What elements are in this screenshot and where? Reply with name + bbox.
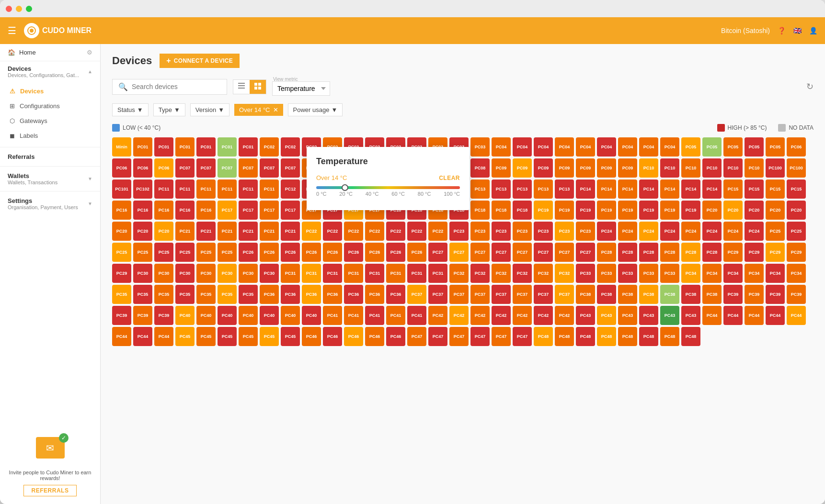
device-tile[interactable]: PC11 bbox=[218, 179, 237, 199]
device-tile[interactable]: PC09 bbox=[555, 158, 574, 178]
device-tile[interactable]: PC26 bbox=[323, 243, 342, 262]
device-tile[interactable]: PC31 bbox=[281, 264, 300, 283]
device-tile[interactable]: PC12 bbox=[281, 179, 300, 199]
device-tile[interactable]: PC48 bbox=[660, 327, 679, 346]
device-tile[interactable]: PC30 bbox=[196, 264, 216, 283]
device-tile[interactable]: PC26 bbox=[344, 243, 363, 262]
device-tile[interactable]: PC45 bbox=[260, 327, 279, 346]
sidebar-item-gateways[interactable]: ⬡ Gateways bbox=[0, 113, 100, 128]
device-tile[interactable]: PC22 bbox=[407, 222, 426, 241]
home-settings-icon[interactable]: ⚙ bbox=[87, 49, 92, 56]
device-tile[interactable]: PC16 bbox=[112, 201, 131, 220]
device-tile[interactable]: PC47 bbox=[470, 327, 490, 346]
device-tile[interactable]: PC03 bbox=[470, 137, 490, 157]
device-tile[interactable]: PC20 bbox=[723, 201, 743, 220]
device-tile[interactable]: PC04 bbox=[618, 137, 637, 157]
device-tile[interactable]: PC10 bbox=[723, 158, 743, 178]
device-tile[interactable]: PC27 bbox=[449, 243, 469, 262]
device-tile[interactable]: PC05 bbox=[702, 137, 722, 157]
device-tile[interactable]: PC32 bbox=[513, 264, 532, 283]
device-tile[interactable]: PC43 bbox=[576, 306, 595, 325]
device-tile[interactable]: PC15 bbox=[766, 179, 785, 199]
device-tile[interactable]: PC41 bbox=[407, 306, 426, 325]
device-tile[interactable]: PC43 bbox=[681, 306, 700, 325]
sidebar-section-wallets[interactable]: Wallets Wallets, Transactions ▼ bbox=[0, 168, 100, 189]
active-temperature-filter[interactable]: Over 14 °C ✕ bbox=[234, 104, 283, 116]
device-tile[interactable]: PC40 bbox=[196, 306, 216, 325]
device-tile[interactable]: PC23 bbox=[513, 222, 532, 241]
version-filter[interactable]: Version ▼ bbox=[190, 103, 229, 116]
device-tile[interactable]: PC48 bbox=[639, 327, 658, 346]
device-tile[interactable]: PC30 bbox=[239, 264, 258, 283]
device-tile[interactable]: PC04 bbox=[534, 137, 553, 157]
device-tile[interactable]: PC36 bbox=[260, 285, 279, 304]
device-tile[interactable]: PC33 bbox=[639, 264, 658, 283]
device-tile[interactable]: PC09 bbox=[513, 158, 532, 178]
device-tile[interactable]: PC44 bbox=[745, 306, 764, 325]
device-tile[interactable]: PC04 bbox=[555, 137, 574, 157]
device-tile[interactable]: PC35 bbox=[112, 285, 131, 304]
device-tile[interactable]: PC28 bbox=[702, 243, 722, 262]
device-tile[interactable]: PC39 bbox=[745, 285, 764, 304]
device-tile[interactable]: PC26 bbox=[281, 243, 300, 262]
device-tile[interactable]: PC32 bbox=[534, 264, 553, 283]
device-tile[interactable]: PC05 bbox=[681, 137, 700, 157]
sidebar-item-home[interactable]: 🏠 Home ⚙ bbox=[0, 44, 100, 61]
device-tile[interactable]: PC09 bbox=[597, 158, 616, 178]
device-tile[interactable]: PC40 bbox=[239, 306, 258, 325]
device-tile[interactable]: PC01 bbox=[175, 137, 195, 157]
device-tile[interactable]: PC43 bbox=[597, 306, 616, 325]
device-tile[interactable]: PC29 bbox=[766, 243, 785, 262]
device-tile[interactable]: PC13 bbox=[470, 179, 490, 199]
device-tile[interactable]: PC31 bbox=[428, 264, 447, 283]
device-tile[interactable]: PC46 bbox=[344, 327, 363, 346]
device-tile[interactable]: PC15 bbox=[723, 179, 743, 199]
device-tile[interactable]: PC10 bbox=[745, 158, 764, 178]
device-tile[interactable]: PC26 bbox=[239, 243, 258, 262]
device-tile[interactable]: PC31 bbox=[344, 264, 363, 283]
device-tile[interactable]: PC32 bbox=[449, 264, 469, 283]
device-tile[interactable]: PC48 bbox=[576, 327, 595, 346]
device-tile[interactable]: PC23 bbox=[576, 222, 595, 241]
device-tile[interactable]: PC24 bbox=[745, 222, 764, 241]
device-tile[interactable]: PC33 bbox=[576, 264, 595, 283]
device-tile[interactable]: PC42 bbox=[428, 306, 447, 325]
device-tile[interactable]: PC21 bbox=[218, 222, 237, 241]
device-tile[interactable]: PC42 bbox=[470, 306, 490, 325]
device-tile[interactable]: PC37 bbox=[534, 285, 553, 304]
device-tile[interactable]: PC102 bbox=[133, 179, 152, 199]
device-tile[interactable]: PC36 bbox=[281, 285, 300, 304]
device-tile[interactable]: PC38 bbox=[702, 285, 722, 304]
device-tile[interactable]: PC07 bbox=[260, 158, 279, 178]
device-tile[interactable]: PC06 bbox=[133, 158, 152, 178]
user-icon[interactable]: 👤 bbox=[809, 27, 817, 34]
device-tile[interactable]: PC13 bbox=[534, 179, 553, 199]
device-tile[interactable]: PC39 bbox=[723, 285, 743, 304]
device-tile[interactable]: PC26 bbox=[407, 243, 426, 262]
device-tile[interactable]: PC02 bbox=[281, 137, 300, 157]
device-tile[interactable]: PC23 bbox=[555, 222, 574, 241]
device-tile[interactable]: PC37 bbox=[492, 285, 511, 304]
device-tile[interactable]: PC31 bbox=[323, 264, 342, 283]
device-tile[interactable]: PC33 bbox=[660, 264, 679, 283]
device-tile[interactable]: PC05 bbox=[766, 137, 785, 157]
view-metric-select[interactable]: Temperature Power Usage Hashrate bbox=[272, 81, 330, 96]
help-icon[interactable]: ❓ bbox=[778, 27, 786, 34]
device-tile[interactable]: PC25 bbox=[196, 243, 216, 262]
device-tile[interactable]: PC31 bbox=[302, 264, 321, 283]
device-tile[interactable]: PC46 bbox=[365, 327, 384, 346]
device-tile[interactable]: PC48 bbox=[597, 327, 616, 346]
device-tile[interactable]: PC13 bbox=[492, 179, 511, 199]
device-tile[interactable]: PC20 bbox=[766, 201, 785, 220]
device-tile[interactable]: PC48 bbox=[681, 327, 700, 346]
device-tile[interactable]: PC37 bbox=[449, 285, 469, 304]
device-tile[interactable]: PC06 bbox=[112, 158, 131, 178]
device-tile[interactable]: PC44 bbox=[154, 327, 173, 346]
minimize-button[interactable] bbox=[16, 6, 22, 12]
device-tile[interactable]: PC42 bbox=[492, 306, 511, 325]
device-tile[interactable]: PC04 bbox=[639, 137, 658, 157]
device-tile[interactable]: PC27 bbox=[428, 243, 447, 262]
popup-clear-button[interactable]: CLEAR bbox=[439, 175, 460, 181]
device-tile[interactable]: PC46 bbox=[323, 327, 342, 346]
device-tile[interactable]: PC32 bbox=[492, 264, 511, 283]
